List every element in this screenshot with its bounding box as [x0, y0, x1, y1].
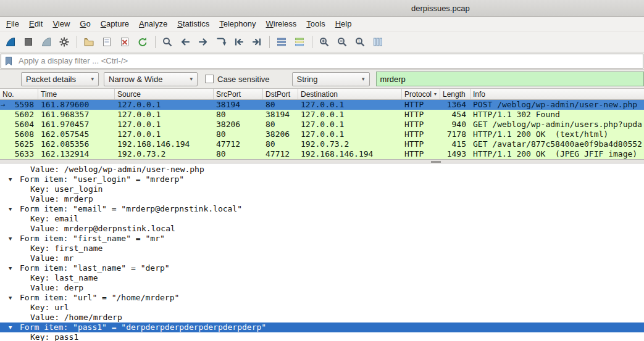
packet-row[interactable]: 5602161.968357127.0.0.18038194127.0.0.1H… [0, 110, 644, 120]
search-scope-value: Packet details [26, 75, 76, 84]
stop-capture-icon[interactable] [20, 33, 37, 50]
detail-line[interactable]: Key: first_name [0, 244, 644, 253]
detail-line[interactable]: Value: mrderp [0, 194, 644, 204]
column-header-srcport[interactable]: SrcPort [214, 89, 263, 99]
expand-arrow-icon[interactable]: ▼ [9, 263, 12, 273]
packet-row[interactable]: 5633162.132914192.0.73.28047712192.168.1… [0, 149, 644, 159]
find-packet-icon[interactable] [159, 33, 176, 50]
display-filter-input[interactable] [16, 56, 643, 65]
column-header-destination[interactable]: Destination [298, 89, 402, 99]
menu-file[interactable]: File [1, 17, 24, 30]
menu-telephony[interactable]: Telephony [214, 17, 261, 30]
zoom-in-icon[interactable] [316, 33, 333, 50]
column-header-source[interactable]: Source [115, 89, 214, 99]
packet-cell-dstport: 80 [263, 139, 298, 149]
packet-row[interactable]: 5608162.057545127.0.0.18038206127.0.0.1H… [0, 129, 644, 139]
detail-line[interactable]: ▼Form item: "pass1" = "derpderpderpderpd… [0, 323, 644, 332]
go-last-icon[interactable] [249, 33, 266, 50]
go-to-packet-icon[interactable] [213, 33, 230, 50]
packet-cell-protocol: HTTP [402, 149, 440, 159]
close-file-icon[interactable] [117, 33, 133, 50]
menu-go[interactable]: Go [75, 17, 95, 30]
detail-line[interactable]: Key: email [0, 214, 644, 224]
go-first-icon[interactable] [231, 33, 248, 50]
detail-line[interactable]: Key: last_name [0, 273, 644, 283]
zoom-original-icon[interactable]: 1 [352, 33, 369, 50]
detail-line[interactable]: ▼Form item: "user_login" = "mrderp" [0, 175, 644, 184]
search-width-combo[interactable]: Narrow & Wide ▾ [104, 72, 198, 86]
zoom-out-icon[interactable] [334, 33, 351, 50]
packet-row[interactable]: 5604161.970457127.0.0.13820680127.0.0.1H… [0, 120, 644, 129]
splitter-handle[interactable] [431, 161, 441, 163]
detail-text: Key: first_name [30, 244, 102, 253]
menu-capture[interactable]: Capture [96, 17, 134, 30]
packet-row[interactable]: 5598161.879600127.0.0.13819480127.0.0.1H… [0, 100, 644, 110]
detail-line[interactable]: ▼Form item: "url" = "/home/mrderp" [0, 293, 644, 303]
capture-options-icon[interactable] [56, 33, 73, 50]
menu-edit[interactable]: Edit [24, 17, 48, 30]
menu-view[interactable]: View [48, 17, 75, 30]
display-filter-field[interactable] [1, 54, 643, 68]
menu-wireless[interactable]: Wireless [261, 17, 302, 30]
search-scope-combo[interactable]: Packet details ▾ [21, 72, 99, 86]
detail-line[interactable]: Value: /weblog/wp-admin/user-new.php [0, 165, 644, 175]
detail-line[interactable]: ▼Form item: "first_name" = "mr" [0, 234, 644, 244]
packet-cell-source: 127.0.0.1 [115, 129, 214, 139]
column-header-dstport[interactable]: DstPort [263, 89, 298, 99]
resize-columns-icon[interactable] [370, 33, 387, 50]
column-header-no[interactable]: No. [0, 89, 38, 99]
open-file-icon[interactable] [81, 33, 98, 50]
detail-line[interactable]: Value: derp [0, 283, 644, 293]
expand-arrow-icon[interactable]: ▼ [9, 293, 12, 303]
detail-line[interactable]: ▼Form item: "email" = "mrderp@derpnstink… [0, 204, 644, 214]
detail-text: Form item: "email" = "mrderp@derpnstink.… [20, 204, 242, 213]
save-file-icon[interactable] [99, 33, 115, 50]
packet-cell-info: GET /weblog/wp-admin/users.php?upda [470, 120, 644, 129]
packet-cell-source: 192.0.73.2 [115, 149, 214, 159]
expand-arrow-icon[interactable]: ▼ [9, 204, 12, 214]
expand-arrow-icon[interactable]: ▼ [9, 234, 12, 244]
packet-cell-dstport: 38194 [263, 110, 298, 120]
restart-capture-icon[interactable] [38, 33, 55, 50]
detail-line[interactable]: Value: mr [0, 253, 644, 263]
column-header-time[interactable]: Time [38, 89, 115, 99]
expand-arrow-icon[interactable]: ▼ [9, 323, 12, 332]
detail-text: Key: user_login [30, 184, 102, 194]
start-capture-icon[interactable] [2, 33, 19, 50]
column-header-length[interactable]: Length [440, 89, 470, 99]
packet-cell-no: 5598 [0, 100, 38, 110]
packet-cell-source: 127.0.0.1 [115, 100, 214, 110]
search-type-combo[interactable]: String ▾ [292, 72, 370, 86]
menu-tools[interactable]: Tools [301, 17, 330, 30]
reload-file-icon[interactable] [135, 33, 151, 50]
detail-line[interactable]: Value: mrderp@derpnstink.local [0, 224, 644, 234]
expand-arrow-icon[interactable]: ▼ [9, 175, 12, 184]
detail-line[interactable]: Key: url [0, 303, 644, 313]
colorize-icon[interactable] [291, 33, 308, 50]
go-back-icon[interactable] [177, 33, 194, 50]
packet-cell-no: 5608 [0, 129, 38, 139]
column-sort-arrow-icon: ▾ [434, 91, 437, 97]
detail-line[interactable]: Value: /home/mrderp [0, 313, 644, 323]
window-title: derpissues.pcap [411, 4, 470, 13]
packet-row[interactable]: 5625162.085356192.168.146.1944771280192.… [0, 139, 644, 149]
titlebar: derpissues.pcap [0, 0, 644, 17]
pane-splitter[interactable] [0, 159, 644, 163]
column-header-protocol[interactable]: Protocol▾ [402, 89, 440, 99]
detail-line[interactable]: Key: user_login [0, 184, 644, 194]
auto-scroll-icon[interactable] [274, 33, 290, 50]
menu-analyze[interactable]: Analyze [134, 17, 172, 30]
find-input[interactable] [376, 72, 644, 86]
go-forward-icon[interactable] [195, 33, 212, 50]
case-sensitive-checkbox[interactable] [205, 75, 214, 83]
detail-text: Value: /weblog/wp-admin/user-new.php [30, 165, 204, 174]
packet-cell-destination: 192.0.73.2 [298, 139, 402, 149]
menu-help[interactable]: Help [330, 17, 357, 30]
column-header-info[interactable]: Info [470, 89, 644, 99]
detail-line[interactable]: Key: pass1 [0, 332, 644, 341]
detail-line[interactable]: ▼Form item: "last_name" = "derp" [0, 263, 644, 273]
detail-text: Form item: "pass1" = "derpderpderpderpde… [20, 323, 266, 332]
current-packet-arrow-icon: → [1, 100, 5, 110]
menu-statistics[interactable]: Statistics [172, 17, 214, 30]
filter-bookmark-icon[interactable] [1, 55, 16, 67]
